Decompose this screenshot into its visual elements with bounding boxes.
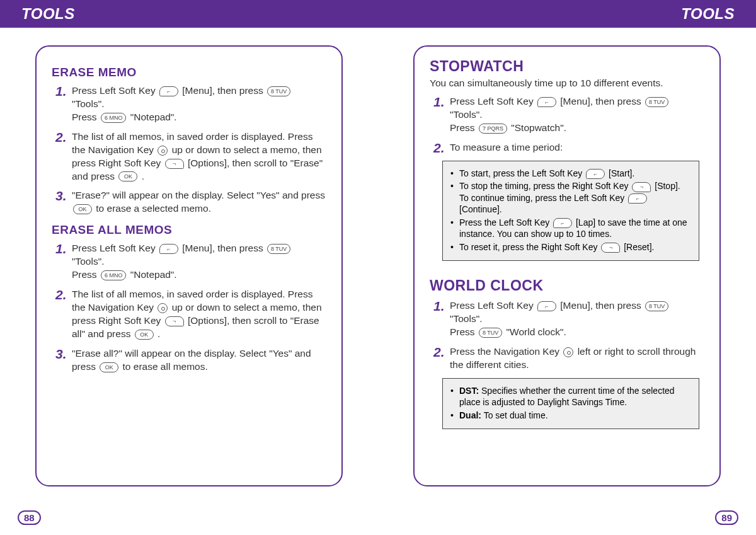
step-text: The list of all memos, in saved order is… (72, 288, 326, 341)
step-number: 1. (55, 84, 68, 124)
nav-key-icon (158, 146, 168, 156)
stopwatch-heading: STOPWATCH (430, 58, 704, 75)
step-text: Press the Navigation Key left or right t… (450, 345, 704, 372)
step-text: "Erase all?" will appear on the display.… (72, 347, 326, 374)
right-soft-key-icon (632, 182, 651, 192)
step-text: "Erase?" will appear on the display. Sel… (72, 189, 326, 216)
left-soft-key-icon (628, 193, 647, 204)
ok-key-icon (118, 171, 137, 181)
step-text: Press Left Soft Key [Menu], then press "… (450, 95, 704, 135)
header-title-right: TOOLS (681, 5, 735, 23)
step-number: 1. (433, 95, 446, 135)
erase-memo-steps: 1. Press Left Soft Key [Menu], then pres… (52, 84, 326, 216)
step-text: To measure a time period: (450, 141, 563, 154)
nav-key-icon (158, 303, 168, 313)
ok-key-icon (73, 204, 92, 214)
world-clock-info-box: • DST: Specifies whether the current tim… (442, 378, 699, 429)
erase-memo-heading: ERASE MEMO (52, 66, 326, 79)
content-panel-right: STOPWATCH You can simultaneously time up… (413, 45, 721, 486)
key-7-icon (479, 124, 507, 134)
erase-all-memos-steps: 1. Press Left Soft Key [Menu], then pres… (52, 242, 326, 373)
key-8-icon (267, 86, 290, 96)
ok-key-icon (135, 330, 154, 340)
erase-all-memos-heading: ERASE ALL MEMOS (52, 223, 326, 237)
stopwatch-info-box: • To start, press the Left Soft Key [Sta… (442, 161, 699, 261)
content-panel-left: ERASE MEMO 1. Press Left Soft Key [Menu]… (35, 45, 343, 486)
step-number: 3. (55, 189, 68, 216)
step-text: Press Left Soft Key [Menu], then press "… (450, 299, 704, 339)
stopwatch-steps: 1. Press Left Soft Key [Menu], then pres… (430, 95, 704, 154)
left-soft-key-icon (159, 244, 178, 254)
step-number: 2. (433, 345, 446, 372)
step-number: 2. (433, 141, 446, 154)
nav-key-icon (563, 347, 573, 357)
step-number: 2. (55, 288, 68, 341)
page-header-left: TOOLS (0, 0, 378, 28)
step-text: The list of all memos, in saved order is… (72, 130, 326, 183)
page-header-right: TOOLS (378, 0, 756, 28)
step-number: 3. (55, 347, 68, 374)
key-8-icon (645, 301, 668, 311)
right-soft-key-icon (601, 243, 620, 253)
key-8-icon (479, 328, 502, 338)
left-soft-key-icon (537, 301, 556, 311)
ok-key-icon (100, 362, 118, 372)
world-clock-heading: WORLD CLOCK (430, 277, 704, 294)
world-clock-steps: 1. Press Left Soft Key [Menu], then pres… (430, 299, 704, 372)
step-text: Press Left Soft Key [Menu], then press "… (72, 242, 326, 282)
left-soft-key-icon (553, 218, 572, 228)
key-6-icon (101, 113, 127, 123)
header-title-left: TOOLS (21, 5, 75, 23)
right-soft-key-icon (165, 316, 184, 326)
page-number-left: 88 (18, 510, 41, 525)
key-6-icon (101, 270, 127, 280)
key-8-icon (267, 244, 290, 254)
stopwatch-intro: You can simultaneously time up to 10 dif… (430, 78, 704, 89)
left-soft-key-icon (586, 169, 605, 179)
right-soft-key-icon (165, 159, 184, 169)
step-number: 1. (433, 299, 446, 339)
step-text: Press Left Soft Key [Menu], then press "… (72, 84, 326, 124)
left-soft-key-icon (159, 86, 178, 96)
key-8-icon (645, 97, 668, 107)
page-number-right: 89 (715, 510, 738, 525)
step-number: 1. (55, 242, 68, 282)
left-soft-key-icon (537, 97, 556, 107)
step-number: 2. (55, 130, 68, 183)
